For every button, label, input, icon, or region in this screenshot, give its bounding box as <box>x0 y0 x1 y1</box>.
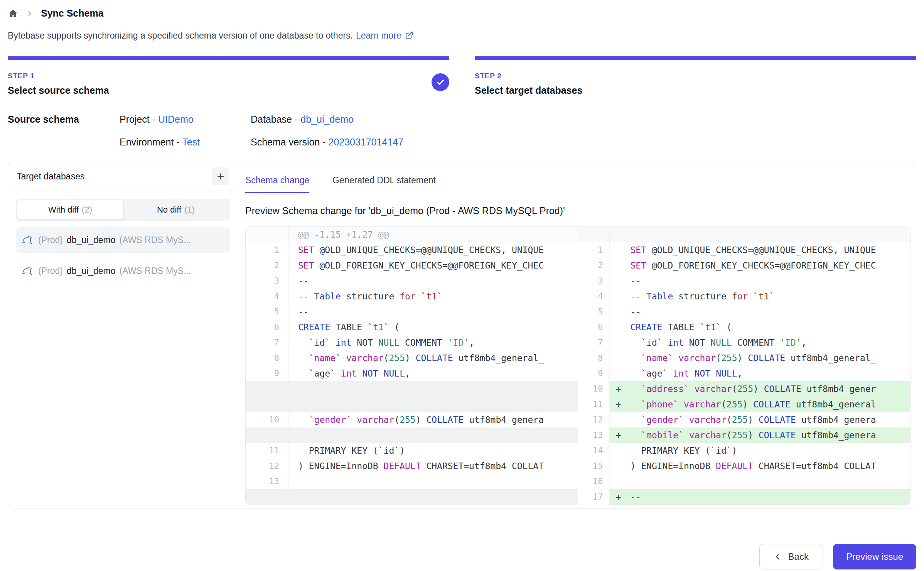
back-button[interactable]: Back <box>759 544 823 569</box>
code-token: ) ENGINE=InnoDB <box>631 461 716 471</box>
tab-no-diff[interactable]: No diff(1) <box>123 200 229 220</box>
code-token: NOT <box>352 338 378 348</box>
code-token: NULL <box>710 338 732 348</box>
environment-link[interactable]: Test <box>182 137 200 147</box>
code-token: ( <box>716 353 721 363</box>
code-line: -- Table structure for `t1` <box>289 289 578 304</box>
line-number: 4 <box>246 289 289 304</box>
code-token: NOT <box>684 338 710 348</box>
diff-marker <box>610 335 627 350</box>
code-token: `t1` <box>753 291 774 301</box>
code-token: 255 <box>732 415 748 425</box>
schema-version-link[interactable]: 20230317014147 <box>328 137 403 147</box>
target-diff-row: 2SET @OLD_FOREIGN_KEY_CHECKS=@@FOREIGN_K… <box>578 258 911 273</box>
diff-pane-source: @@ -1,15 +1,27 @@1SET @OLD_UNIQUE_CHECKS… <box>246 227 578 505</box>
learn-more-link[interactable]: Learn more <box>356 30 414 41</box>
code-token: PRIMARY KEY (`id`) <box>641 446 737 456</box>
source-diff-row <box>246 397 578 412</box>
database-link[interactable]: db_ui_demo <box>300 114 354 125</box>
code-token: ( <box>727 415 732 425</box>
code-line: `age` int NOT NULL, <box>627 366 911 381</box>
code-token <box>298 446 309 456</box>
code-line: `gender` varchar(255) COLLATE utf8mb4_ge… <box>289 412 578 427</box>
code-line <box>289 381 578 397</box>
code-token: TABLE <box>663 322 700 332</box>
target-diff-row: 9 `age` int NOT NULL, <box>578 366 911 381</box>
field-name: Database <box>251 114 292 125</box>
target-diff-row: 14 PRIMARY KEY (`id`) <box>578 443 911 458</box>
line-number: 13 <box>578 427 610 443</box>
database-list-item[interactable]: (Prod) db_ui_demo (AWS RDS MyS... <box>16 258 230 284</box>
source-field-schema-version: Schema version - 20230317014147 <box>251 137 916 148</box>
code-token <box>351 415 357 425</box>
line-number: 1 <box>246 242 289 258</box>
code-token: 255 <box>400 415 416 425</box>
diff-marker <box>610 412 627 427</box>
tab-with-diff[interactable]: With diff(2) <box>17 200 123 220</box>
code-token: COMMENT <box>732 338 780 348</box>
line-number: 14 <box>578 443 610 458</box>
code-line: SET @OLD_FOREIGN_KEY_CHECKS=@@FOREIGN_KE… <box>289 258 578 273</box>
code-line: `age` int NOT NULL, <box>289 366 578 381</box>
code-token: `id` <box>641 338 662 348</box>
footer-actions: Back Preview issue <box>8 533 916 569</box>
step-2: STEP 2 Select target databases <box>475 56 916 96</box>
code-token: `id` <box>309 338 330 348</box>
source-diff-row: 8 `name` varchar(255) COLLATE utf8mb4_ge… <box>246 350 578 366</box>
code-line: ) ENGINE=InnoDB DEFAULT CHARSET=utf8mb4 … <box>627 458 911 474</box>
database-name: db_ui_demo <box>67 235 116 245</box>
code-token: COLLATE <box>748 353 785 363</box>
step-1: STEP 1 Select source schema <box>8 56 449 96</box>
sync-main-card: Target databases + With diff(2) No diff(… <box>8 162 916 509</box>
source-schema-label: Source schema <box>8 114 120 125</box>
source-diff-row <box>246 381 578 397</box>
code-line: -- <box>627 273 911 289</box>
code-token: `t1` <box>421 291 442 301</box>
source-diff-row: @@ -1,15 +1,27 @@ <box>246 227 578 242</box>
code-token: , <box>469 338 474 348</box>
target-diff-row: 7 `id` int NOT NULL COMMENT 'ID', <box>578 335 911 350</box>
preview-issue-button[interactable]: Preview issue <box>833 544 916 569</box>
line-number: 10 <box>246 412 289 427</box>
line-number: 1 <box>578 242 610 258</box>
code-line <box>627 474 911 489</box>
tab-schema-change[interactable]: Schema change <box>245 175 309 193</box>
line-number: 3 <box>246 273 289 289</box>
code-token: CREATE <box>298 322 330 332</box>
code-line: -- <box>289 273 578 289</box>
line-number <box>246 381 289 397</box>
code-token: CREATE <box>631 322 663 332</box>
code-line: `id` int NOT NULL COMMENT 'ID', <box>627 335 911 350</box>
add-target-database-button[interactable]: + <box>212 167 229 185</box>
project-link[interactable]: UIDemo <box>158 114 194 125</box>
mysql-icon <box>21 265 34 277</box>
tab-count: (2) <box>82 205 92 215</box>
code-line <box>289 397 578 412</box>
code-token: utf8mb4_genera <box>796 415 876 425</box>
source-diff-row: 9 `age` int NOT NULL, <box>246 366 578 381</box>
line-number: 8 <box>246 350 289 366</box>
code-token: DEFAULT <box>384 461 421 471</box>
code-token: Table <box>646 291 673 301</box>
schema-preview-section: Schema change Generated DDL statement Pr… <box>238 162 916 508</box>
home-icon[interactable] <box>8 8 19 19</box>
code-token <box>663 338 668 348</box>
code-token: structure <box>341 291 400 301</box>
description-text: Bytebase supports synchronizing a specif… <box>8 30 353 41</box>
diff-marker: + <box>610 489 627 505</box>
line-number: 7 <box>246 335 289 350</box>
code-token: @OLD_FOREIGN_KEY_CHECKS=@@FOREIGN_KEY_CH… <box>646 260 876 270</box>
database-instance: (AWS RDS MyS... <box>120 266 191 276</box>
target-diff-row: 15) ENGINE=InnoDB DEFAULT CHARSET=utf8mb… <box>578 458 911 474</box>
code-token: ( <box>721 399 727 409</box>
tab-generated-ddl[interactable]: Generated DDL statement <box>332 175 436 193</box>
code-token: `age` <box>309 368 336 378</box>
code-token <box>684 430 689 440</box>
target-diff-row: 4-- Table structure for `t1` <box>578 289 911 304</box>
line-number <box>246 427 289 443</box>
code-line: PRIMARY KEY (`id`) <box>289 443 578 458</box>
code-token: ) <box>748 415 759 425</box>
diff-marker <box>610 350 627 366</box>
database-list-item[interactable]: (Prod) db_ui_demo (AWS RDS MyS... <box>16 227 230 253</box>
code-token <box>341 353 346 363</box>
